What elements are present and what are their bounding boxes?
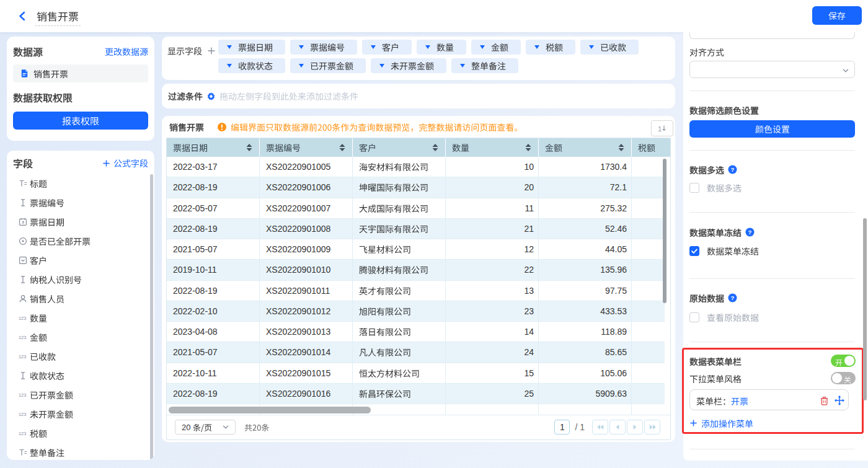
svg-text:1: 1: [658, 125, 662, 133]
svg-text:123: 123: [19, 431, 26, 436]
svg-text:?: ?: [731, 294, 735, 301]
svg-text:123: 123: [19, 412, 26, 417]
svg-text:?: ?: [748, 229, 752, 236]
svg-text:?: ?: [731, 166, 735, 173]
svg-text:123: 123: [19, 392, 26, 398]
svg-text:123: 123: [19, 354, 26, 360]
svg-text:123: 123: [19, 316, 26, 321]
svg-text:123: 123: [19, 335, 26, 340]
